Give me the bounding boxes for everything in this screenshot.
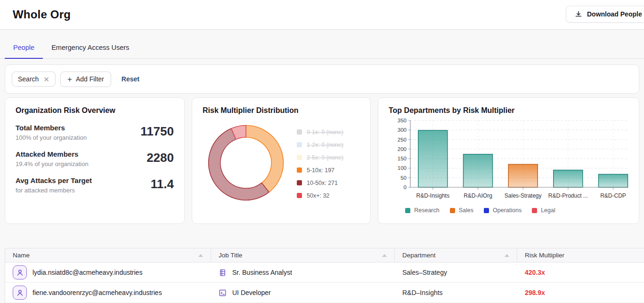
- download-people-list-button[interactable]: Download People List: [566, 6, 644, 23]
- department: Sales–Strategy: [402, 269, 447, 276]
- risk-multiplier-donut-chart: [203, 120, 289, 208]
- legend-label: 2-5x: 0 (none): [307, 154, 343, 161]
- table-row[interactable]: fiene.vandoorenrzyc@acmeheavy.industries…: [5, 283, 644, 303]
- column-header-department[interactable]: Department: [395, 248, 517, 262]
- column-label: Department: [402, 252, 436, 259]
- column-header-risk-multiplier[interactable]: Risk Multiplier: [517, 248, 644, 262]
- table-row[interactable]: lydia.nsiatd8c@acmeheavy.industries Sr. …: [5, 263, 644, 283]
- legend-swatch: [297, 129, 302, 135]
- stat-subtext: for attacked members: [16, 187, 92, 194]
- stat-total-members: Total Members 100% of your organization …: [16, 124, 174, 141]
- svg-text:Sales-Strategy: Sales-Strategy: [505, 192, 542, 199]
- plus-icon: +: [67, 75, 72, 83]
- legend-label: 10-50x: 271: [307, 180, 338, 186]
- column-label: Risk Multiplier: [525, 252, 564, 259]
- search-chip-label: Search: [18, 75, 39, 83]
- bar-chart-legend: ResearchSalesOperationsLegal: [389, 207, 628, 214]
- column-header-name[interactable]: Name: [5, 248, 211, 262]
- sort-asc-icon[interactable]: [382, 254, 387, 257]
- person-email: fiene.vandoorenrzyc@acmeheavy.industries: [33, 289, 162, 296]
- svg-text:R&D-AIOrg: R&D-AIOrg: [464, 192, 492, 199]
- risk-multiplier-value: 420.3x: [525, 269, 545, 276]
- legend-swatch: [297, 142, 302, 147]
- person-avatar-icon: [13, 265, 27, 279]
- tab-people[interactable]: People: [5, 38, 43, 59]
- stat-label: Attacked Members: [16, 150, 89, 158]
- donut-legend-item-10-50x[interactable]: 10-50x: 271: [297, 180, 343, 186]
- svg-text:0: 0: [404, 184, 407, 190]
- donut-legend-item-0-1x[interactable]: 0-1x: 0 (none): [297, 129, 343, 136]
- svg-text:300: 300: [398, 127, 407, 133]
- filter-bar: Search ✕ + Add Filter Reset: [5, 64, 639, 94]
- bar-card-title: Top Departments by Risk Multiplier: [389, 106, 628, 115]
- donut-card-title: Risk Multiplier Distribution: [203, 106, 360, 115]
- svg-text:100: 100: [398, 165, 407, 171]
- legend-swatch: [532, 208, 537, 213]
- sort-asc-icon[interactable]: [198, 254, 203, 257]
- bar-R&D-Product ...[interactable]: [554, 170, 583, 188]
- bar-legend-item-sales[interactable]: Sales: [450, 207, 473, 214]
- legend-swatch: [297, 167, 302, 173]
- legend-label: 1-2x: 0 (none): [307, 142, 343, 148]
- tab-emergency-access-users[interactable]: Emergency Access Users: [43, 38, 138, 59]
- legend-label: 0-1x: 0 (none): [307, 129, 343, 136]
- svg-text:150: 150: [398, 156, 407, 161]
- table-header-row: Name Job Title Department Risk Multiplie…: [5, 248, 644, 263]
- column-header-job-title[interactable]: Job Title: [211, 248, 395, 262]
- departments-bar-chart: 050100150200250300350R&D-InsightsR&D-AIO…: [389, 117, 628, 206]
- sort-asc-icon[interactable]: [505, 254, 509, 257]
- legend-label: 5-10x: 197: [307, 167, 334, 174]
- legend-label: Research: [414, 207, 440, 214]
- top-bar: Whole Org Download People List: [0, 0, 644, 30]
- people-table: Name Job Title Department Risk Multiplie…: [5, 248, 644, 303]
- donut-legend-item-50x+[interactable]: 50x+: 32: [297, 192, 343, 199]
- reset-filters-link[interactable]: Reset: [122, 75, 139, 83]
- overview-card-title: Organization Risk Overview: [16, 106, 174, 115]
- add-filter-label: Add Filter: [76, 75, 104, 83]
- bar-legend-item-operations[interactable]: Operations: [484, 207, 522, 214]
- svg-text:R&D-CDP: R&D-CDP: [600, 192, 626, 199]
- add-filter-button[interactable]: + Add Filter: [60, 72, 111, 87]
- search-filter-chip[interactable]: Search ✕: [12, 72, 56, 87]
- svg-text:R&D-Product ...: R&D-Product ...: [548, 192, 588, 199]
- download-icon: [575, 10, 582, 18]
- department: R&D–Insights: [402, 289, 443, 296]
- stat-label: Total Members: [16, 124, 87, 132]
- stat-value: 2280: [147, 150, 174, 166]
- person-avatar-icon: [13, 286, 27, 300]
- legend-label: 50x+: 32: [307, 192, 329, 199]
- bar-legend-item-legal[interactable]: Legal: [532, 207, 555, 214]
- bar-R&D-AIOrg[interactable]: [464, 154, 493, 187]
- donut-slice-5-10x[interactable]: [246, 126, 283, 192]
- page-title: Whole Org: [13, 8, 71, 21]
- legend-swatch: [450, 208, 455, 213]
- legend-label: Operations: [493, 207, 522, 214]
- organization-risk-overview-card: Organization Risk Overview Total Members…: [5, 97, 185, 224]
- legend-swatch: [297, 180, 302, 185]
- bar-R&D-CDP[interactable]: [599, 174, 628, 187]
- donut-legend-item-2-5x[interactable]: 2-5x: 0 (none): [297, 154, 343, 161]
- legend-swatch: [484, 208, 489, 213]
- stat-subtext: 19.4% of your organization: [16, 160, 89, 167]
- stat-value: 11.4: [151, 176, 174, 192]
- tabs-bar: People Emergency Access Users: [0, 30, 644, 59]
- summary-cards-row: Organization Risk Overview Total Members…: [5, 97, 639, 224]
- column-label: Name: [13, 252, 30, 259]
- legend-label: Legal: [541, 207, 555, 214]
- svg-text:200: 200: [398, 146, 407, 152]
- download-button-label: Download People List: [587, 10, 644, 18]
- donut-legend-item-1-2x[interactable]: 1-2x: 0 (none): [297, 142, 343, 148]
- svg-text:R&D-Insights: R&D-Insights: [416, 192, 449, 199]
- donut-legend-item-5-10x[interactable]: 5-10x: 197: [297, 167, 343, 174]
- person-email: lydia.nsiatd8c@acmeheavy.industries: [33, 269, 142, 276]
- job-title: Sr. Business Analyst: [232, 269, 292, 276]
- bar-R&D-Insights[interactable]: [418, 130, 448, 187]
- risk-multiplier-value: 298.9x: [525, 289, 545, 296]
- donut-legend: 0-1x: 0 (none)1-2x: 0 (none)2-5x: 0 (non…: [297, 129, 343, 199]
- top-departments-card: Top Departments by Risk Multiplier 05010…: [378, 97, 639, 224]
- stat-label: Avg Attacks per Target: [16, 176, 92, 184]
- bar-legend-item-research[interactable]: Research: [405, 207, 440, 214]
- remove-search-filter-icon[interactable]: ✕: [43, 76, 49, 83]
- bar-Sales-Strategy[interactable]: [508, 164, 538, 187]
- stat-value: 11750: [140, 124, 174, 140]
